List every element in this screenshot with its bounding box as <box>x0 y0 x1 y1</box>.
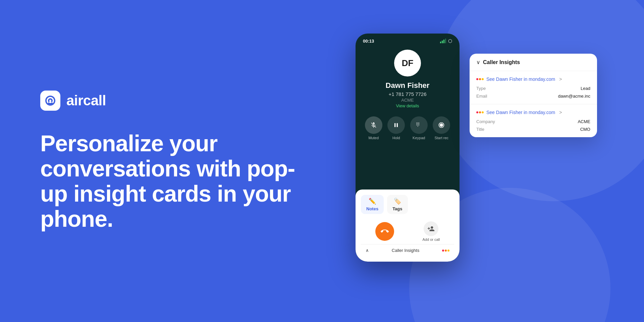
end-call-icon <box>381 227 389 235</box>
end-call-button[interactable] <box>375 222 394 241</box>
notes-icon: ✏️ <box>369 198 376 205</box>
tags-tab[interactable]: 🏷️ Tags <box>387 195 408 214</box>
email-label: Email <box>476 94 487 99</box>
title-value: CMO <box>580 127 590 132</box>
add-call-label: Add or call <box>423 237 440 241</box>
call-actions: Muted Hold <box>362 116 453 140</box>
record-label: Start rec <box>434 136 448 140</box>
status-icons: ⬡ <box>440 38 452 44</box>
call-timer: 00:13 <box>363 39 374 44</box>
logo-icon <box>40 91 60 111</box>
add-call-icon <box>424 221 438 236</box>
signal-icon <box>440 39 446 43</box>
insights-header-left: ∨ Caller Insights <box>476 59 520 65</box>
insights-fields-2: Company ACME Title CMO <box>476 119 590 132</box>
insights-section-1: See Dawn Fisher in monday.com > Type Lea… <box>470 71 597 104</box>
monday-logo-1 <box>476 78 484 80</box>
phone-bottom-panel: ✏️ Notes 🏷️ Tags <box>356 190 460 262</box>
caller-company: ACME <box>401 98 414 103</box>
svg-point-0 <box>440 123 443 127</box>
tags-tab-label: Tags <box>392 206 402 211</box>
right-section: 00:13 ⬡ DF Dawn Fisher +1 781 775 7726 A… <box>356 34 597 288</box>
mute-action: Muted <box>365 116 382 140</box>
insights-link-text-2: See Dawn Fisher in monday.com <box>486 110 555 115</box>
insights-card-title: Caller Insights <box>483 59 520 65</box>
insights-link-text-1: See Dawn Fisher in monday.com <box>486 76 555 82</box>
phone-bottom-tabs: ✏️ Notes 🏷️ Tags <box>361 195 454 214</box>
monday-dot1-red <box>476 78 478 80</box>
company-value: ACME <box>578 119 590 124</box>
monday-dot1-orange <box>479 78 481 80</box>
view-details-link[interactable]: View details <box>396 103 419 108</box>
insights-card-header: ∨ Caller Insights <box>470 54 597 71</box>
tags-icon: 🏷️ <box>394 198 401 205</box>
caller-insights-card: ∨ Caller Insights See Dawn Fisher in mon… <box>470 54 597 137</box>
insights-chevron-down[interactable]: ∨ <box>476 59 480 65</box>
keypad-button[interactable] <box>410 116 428 134</box>
insights-fields-1: Type Lead Email dawn@acme.inc <box>476 86 590 99</box>
keypad-action: Keypad <box>410 116 428 140</box>
left-section: aircall Personalize your conversations w… <box>40 0 309 322</box>
insights-section-2: See Dawn Fisher in monday.com > Company … <box>470 104 597 137</box>
hold-label: Hold <box>392 136 400 140</box>
brand-name: aircall <box>66 93 106 109</box>
insights-link-2[interactable]: See Dawn Fisher in monday.com > <box>476 110 590 115</box>
monday-dot2-red <box>476 111 478 113</box>
record-icon <box>438 122 445 128</box>
hold-button[interactable] <box>387 116 405 134</box>
phone-insights-bar[interactable]: ∧ Caller Insights <box>361 244 454 256</box>
type-value: Lead <box>581 86 590 91</box>
notes-tab[interactable]: ✏️ Notes <box>361 195 384 214</box>
screen-share-icon: ⬡ <box>448 38 452 44</box>
logo-area: aircall <box>40 91 309 111</box>
phone-content: DF Dawn Fisher +1 781 775 7726 ACME View… <box>356 46 460 147</box>
phone-status-bar: 00:13 ⬡ <box>356 34 460 46</box>
monday-dot2-orange <box>479 111 481 113</box>
record-action: Start rec <box>433 116 450 140</box>
keypad-icon <box>416 122 422 128</box>
caller-name: Dawn Fisher <box>386 81 430 90</box>
phone-insights-label: Caller Insights <box>392 248 419 253</box>
monday-dot1-yellow <box>482 78 484 80</box>
monday-dot-red <box>442 250 444 252</box>
monday-dot-yellow <box>447 250 449 252</box>
type-label: Type <box>476 86 486 91</box>
monday-dots-bar <box>442 250 449 252</box>
caller-phone: +1 781 775 7726 <box>388 91 426 97</box>
aircall-logo-svg <box>44 94 57 107</box>
chevron-right-1: > <box>559 76 562 82</box>
insights-field-email: Email dawn@acme.inc <box>476 94 590 99</box>
caller-avatar: DF <box>394 50 421 76</box>
insights-link-1[interactable]: See Dawn Fisher in monday.com > <box>476 76 590 82</box>
mute-button[interactable] <box>365 116 382 134</box>
pause-icon <box>393 122 399 128</box>
title-label: Title <box>476 127 484 132</box>
insights-field-type: Type Lead <box>476 86 590 91</box>
insights-field-company: Company ACME <box>476 119 590 124</box>
insights-field-title: Title CMO <box>476 127 590 132</box>
chevron-right-2: > <box>559 110 562 115</box>
hold-action: Hold <box>387 116 405 140</box>
insights-bar-chevron: ∧ <box>366 248 369 253</box>
phone-bottom-actions: Add or call <box>361 219 454 244</box>
mic-off-icon <box>370 122 377 128</box>
company-label: Company <box>476 119 495 124</box>
main-headline: Personalize your conversations with pop-… <box>40 131 309 231</box>
add-person-icon <box>427 225 435 232</box>
email-value: dawn@acme.inc <box>558 94 590 99</box>
add-call-action[interactable]: Add or call <box>423 221 440 241</box>
notes-tab-label: Notes <box>366 206 378 211</box>
mute-label: Muted <box>368 136 379 140</box>
monday-dot-orange <box>445 250 447 252</box>
monday-logo-2 <box>476 111 484 113</box>
monday-dot2-yellow <box>482 111 484 113</box>
phone-frame: 00:13 ⬡ DF Dawn Fisher +1 781 775 7726 A… <box>356 34 460 262</box>
keypad-label: Keypad <box>413 136 425 140</box>
record-button[interactable] <box>433 116 450 134</box>
